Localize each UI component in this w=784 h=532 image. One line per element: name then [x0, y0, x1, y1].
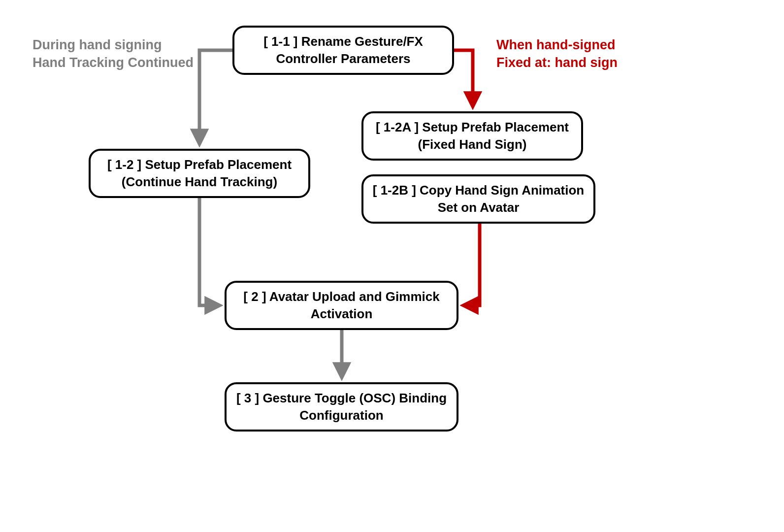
label-right-path: When hand-signed Fixed at: hand sign	[496, 36, 618, 72]
node-1-2: [ 1-2 ] Setup Prefab Placement (Continue…	[89, 149, 310, 198]
node-3: [ 3 ] Gesture Toggle (OSC) Binding Confi…	[225, 382, 458, 432]
arrows-layer	[0, 0, 784, 532]
node-1-2a-line2: (Fixed Hand Sign)	[418, 137, 527, 152]
node-3-line2: Configuration	[299, 408, 383, 423]
arrow-1-1-to-1-2a	[454, 50, 473, 106]
arrow-1-1-to-1-2	[199, 50, 232, 144]
node-2-line2: Activation	[311, 306, 373, 321]
node-1-2-line2: (Continue Hand Tracking)	[122, 174, 277, 189]
label-left-path-line1: During hand signing	[33, 37, 162, 52]
label-left-path: During hand signing Hand Tracking Contin…	[33, 36, 194, 72]
node-1-1-line1: [ 1-1 ] Rename Gesture/FX	[263, 34, 423, 49]
node-1-1-line2: Controller Parameters	[276, 51, 410, 66]
node-1-2a-line1: [ 1-2A ] Setup Prefab Placement	[376, 120, 569, 134]
arrow-1-2b-to-2	[463, 224, 480, 305]
node-1-2b: [ 1-2B ] Copy Hand Sign Animation Set on…	[361, 174, 595, 224]
label-left-path-line2: Hand Tracking Continued	[33, 55, 194, 70]
node-1-1: [ 1-1 ] Rename Gesture/FX Controller Par…	[232, 26, 454, 75]
label-right-path-line1: When hand-signed	[496, 37, 615, 52]
arrow-1-2-to-2	[199, 198, 220, 305]
label-right-path-line2: Fixed at: hand sign	[496, 55, 618, 70]
node-1-2b-line1: [ 1-2B ] Copy Hand Sign Animation	[373, 183, 584, 198]
node-1-2-line1: [ 1-2 ] Setup Prefab Placement	[107, 157, 292, 172]
node-1-2a: [ 1-2A ] Setup Prefab Placement (Fixed H…	[361, 111, 583, 161]
node-1-2b-line2: Set on Avatar	[438, 200, 520, 215]
node-2-line1: [ 2 ] Avatar Upload and Gimmick	[243, 289, 439, 304]
node-3-line1: [ 3 ] Gesture Toggle (OSC) Binding	[236, 391, 447, 405]
node-2: [ 2 ] Avatar Upload and Gimmick Activati…	[225, 281, 458, 330]
